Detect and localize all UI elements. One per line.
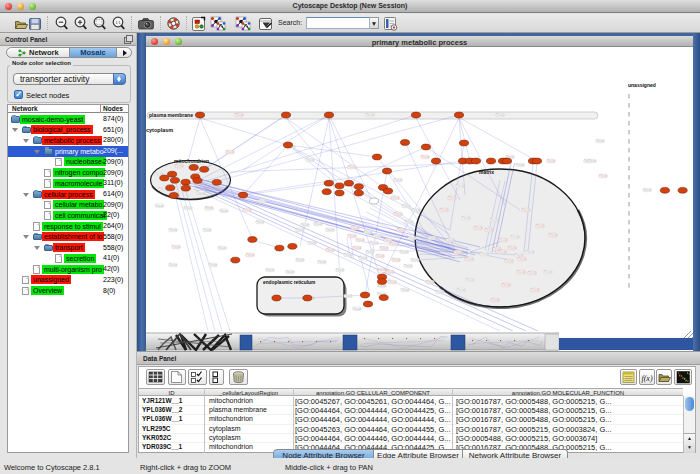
svg-text:Yxx-xx: Yxx-xx <box>175 164 183 168</box>
svg-text:Yxx-xx: Yxx-xx <box>356 238 364 242</box>
svg-text:Yxx-xx: Yxx-xx <box>243 208 251 212</box>
svg-text:Yxx-xx: Yxx-xx <box>499 238 507 242</box>
svg-text:f(x): f(x) <box>641 374 652 383</box>
svg-text:cytoplasm: cytoplasm <box>146 127 173 133</box>
svg-text:Yxx-xx: Yxx-xx <box>549 233 557 237</box>
svg-text:Yxx-xx: Yxx-xx <box>588 159 596 163</box>
svg-text:Yxx-xx: Yxx-xx <box>226 150 234 154</box>
svg-text:plasma membrane: plasma membrane <box>149 112 193 118</box>
svg-text:Yxx-xx: Yxx-xx <box>426 280 434 284</box>
svg-text:Yxx-xx: Yxx-xx <box>246 253 254 257</box>
svg-text:Yxx-xx: Yxx-xx <box>318 260 326 264</box>
svg-text:Yxx-xx: Yxx-xx <box>296 228 304 232</box>
svg-text:Yxx-xx: Yxx-xx <box>296 258 304 262</box>
svg-text:matrix: matrix <box>479 169 494 175</box>
svg-text:Yxx-xx: Yxx-xx <box>531 288 539 292</box>
svg-text:Yxx-xx: Yxx-xx <box>599 174 607 178</box>
svg-text:Yxx-xx: Yxx-xx <box>515 253 523 257</box>
svg-text:Yxx-xx: Yxx-xx <box>547 159 555 163</box>
svg-text:Yxx-xx: Yxx-xx <box>454 250 462 254</box>
svg-text:Yxx-xx: Yxx-xx <box>498 250 506 254</box>
svg-text:Yxx-xx: Yxx-xx <box>373 234 381 238</box>
svg-text:Yxx-xx: Yxx-xx <box>258 199 266 203</box>
svg-text:Yxx-xx: Yxx-xx <box>209 263 217 267</box>
svg-text:Yxx-xx: Yxx-xx <box>502 283 510 287</box>
svg-text:Yxx-xx: Yxx-xx <box>364 230 372 234</box>
svg-text:Yxx-xx: Yxx-xx <box>326 228 334 232</box>
svg-text:Yxx-xx: Yxx-xx <box>402 204 410 208</box>
svg-text:Yxx-xx: Yxx-xx <box>466 278 474 282</box>
svg-text:Yxx-xx: Yxx-xx <box>326 248 334 252</box>
svg-text:Yxx-xx: Yxx-xx <box>440 208 448 212</box>
svg-text:Yxx-xx: Yxx-xx <box>197 191 205 195</box>
svg-text:Yxx-xx: Yxx-xx <box>397 228 405 232</box>
svg-text:Yxx-xx: Yxx-xx <box>394 178 402 182</box>
svg-text:Yxx-xx: Yxx-xx <box>391 196 399 200</box>
svg-text:Yxx-xx: Yxx-xx <box>348 165 356 169</box>
svg-text:Yxx-xx: Yxx-xx <box>344 253 352 257</box>
svg-text:Yxx-xx: Yxx-xx <box>348 234 356 238</box>
svg-text:Yxx-xx: Yxx-xx <box>169 228 177 232</box>
svg-text:Yxx-xx: Yxx-xx <box>156 204 164 208</box>
svg-text:Yxx-xx: Yxx-xx <box>366 113 374 117</box>
svg-text:Yxx-xx: Yxx-xx <box>412 208 420 212</box>
svg-text:Yxx-xx: Yxx-xx <box>408 236 416 240</box>
svg-text:Yxx-xx: Yxx-xx <box>474 226 482 230</box>
svg-text:Yxx-xx: Yxx-xx <box>184 206 192 210</box>
svg-text:Yxx-xx: Yxx-xx <box>388 280 396 284</box>
svg-text:Yxx-xx: Yxx-xx <box>643 188 651 192</box>
svg-text:endoplasmic reticulum: endoplasmic reticulum <box>263 280 315 285</box>
svg-text:Yxx-xx: Yxx-xx <box>344 294 352 298</box>
svg-text:Yxx-xx: Yxx-xx <box>235 113 243 117</box>
svg-text:Yxx-xx: Yxx-xx <box>218 246 226 250</box>
svg-text:Yxx-xx: Yxx-xx <box>314 222 322 226</box>
svg-text:Yxx-xx: Yxx-xx <box>366 250 374 254</box>
svg-text:Yxx-xx: Yxx-xx <box>169 263 177 267</box>
svg-text:Yxx-xx: Yxx-xx <box>405 220 413 224</box>
svg-text:Yxx-xx: Yxx-xx <box>390 242 398 246</box>
svg-text:Yxx-xx: Yxx-xx <box>508 246 516 250</box>
svg-text:Yxx-xx: Yxx-xx <box>308 241 316 245</box>
svg-text:Yxx-xx: Yxx-xx <box>400 250 408 254</box>
svg-text:Yxx-xx: Yxx-xx <box>436 290 444 294</box>
svg-text:Yxx-xx: Yxx-xx <box>511 235 519 239</box>
svg-text:Yxx-xx: Yxx-xx <box>384 238 392 242</box>
svg-text:Yxx-xx: Yxx-xx <box>518 257 526 261</box>
svg-text:Yxx-xx: Yxx-xx <box>370 241 378 245</box>
svg-text:Yxx-xx: Yxx-xx <box>596 139 604 143</box>
svg-text:Yxx-xx: Yxx-xx <box>353 307 361 311</box>
svg-text:Yxx-xx: Yxx-xx <box>536 224 544 228</box>
svg-text:Yxx-xx: Yxx-xx <box>456 184 464 188</box>
svg-text:Yxx-xx: Yxx-xx <box>448 196 456 200</box>
svg-text:Yxx-xx: Yxx-xx <box>490 218 498 222</box>
svg-text:Yxx-xx: Yxx-xx <box>336 268 344 272</box>
svg-text:Yxx-xx: Yxx-xx <box>465 257 473 261</box>
svg-text:Yxx-xx: Yxx-xx <box>421 155 429 159</box>
svg-text:Yxx-xx: Yxx-xx <box>485 228 493 232</box>
svg-text:Yxx-xx: Yxx-xx <box>256 220 264 224</box>
svg-text:Yxx-xx: Yxx-xx <box>386 270 394 274</box>
svg-text:Yxx-xx: Yxx-xx <box>266 268 274 272</box>
svg-text:Yxx-xx: Yxx-xx <box>351 226 359 230</box>
svg-text:Yxx-xx: Yxx-xx <box>457 288 465 292</box>
svg-text:Yxx-xx: Yxx-xx <box>505 259 513 263</box>
svg-text:1:1: 1:1 <box>116 21 121 25</box>
svg-text:Yxx-xx: Yxx-xx <box>394 212 402 216</box>
svg-text:Yxx-xx: Yxx-xx <box>359 256 367 260</box>
svg-text:Yxx-xx: Yxx-xx <box>517 270 525 274</box>
svg-text:Yxx-xx: Yxx-xx <box>411 258 419 262</box>
svg-text:Yxx-xx: Yxx-xx <box>376 254 384 258</box>
svg-text:Yxx-xx: Yxx-xx <box>301 223 309 227</box>
svg-text:Yxx-xx: Yxx-xx <box>392 258 400 262</box>
svg-text:mitochondrion: mitochondrion <box>174 158 209 164</box>
svg-text:Yxx-xx: Yxx-xx <box>205 206 213 210</box>
svg-text:Yxx-xx: Yxx-xx <box>446 238 454 242</box>
svg-text:Yxx-xx: Yxx-xx <box>491 298 499 302</box>
svg-text:Yxx-xx: Yxx-xx <box>428 236 436 240</box>
svg-text:Yxx-xx: Yxx-xx <box>353 246 361 250</box>
svg-text:unassigned: unassigned <box>628 82 656 88</box>
svg-text:Yxx-xx: Yxx-xx <box>544 270 552 274</box>
svg-text:Yxx-xx: Yxx-xx <box>220 209 228 213</box>
svg-text:Yxx-xx: Yxx-xx <box>480 252 488 256</box>
svg-text:Yxx-xx: Yxx-xx <box>462 216 470 220</box>
